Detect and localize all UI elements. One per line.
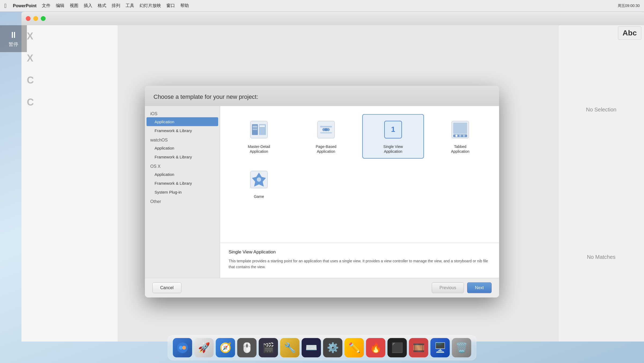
menu-help[interactable]: 帮助 xyxy=(180,3,189,9)
no-selection-label: No Selection xyxy=(586,107,616,113)
svg-rect-5 xyxy=(253,129,257,130)
svg-point-10 xyxy=(327,128,330,131)
no-matches-panel: No Matches xyxy=(587,254,616,260)
sidebar-section-other: Other xyxy=(145,197,220,205)
page-based-label: Page-BasedApplication xyxy=(316,144,336,154)
dock-media[interactable]: 🎞️ xyxy=(409,338,428,357)
dock-settings[interactable]: ⚙️ xyxy=(323,338,342,357)
master-detail-icon xyxy=(248,119,270,140)
svg-point-18 xyxy=(455,135,458,137)
window-maximize[interactable] xyxy=(41,16,46,21)
svg-point-26 xyxy=(182,346,186,350)
template-grid: Master-DetailApplication xyxy=(220,106,499,243)
dock-finder[interactable] xyxy=(173,338,192,357)
dock-monitor[interactable]: 🖥️ xyxy=(430,338,450,357)
template-single-view[interactable]: 1 Single ViewApplication xyxy=(362,114,424,159)
dock-launchpad[interactable]: 🚀 xyxy=(194,338,214,357)
menu-edit[interactable]: 编辑 xyxy=(56,3,64,9)
sidebar-item-watchos-application[interactable]: Application xyxy=(145,144,220,153)
description-area: Single View Application This template pr… xyxy=(220,243,499,278)
window-minimize[interactable] xyxy=(33,16,38,21)
sidebar-item-ios-framework[interactable]: Framework & Library xyxy=(145,126,220,135)
sidebar-section-watchos: watchOS xyxy=(145,135,220,144)
menu-slideshow[interactable]: 幻灯片放映 xyxy=(140,3,161,9)
dock-tools[interactable]: 🔧 xyxy=(280,338,299,357)
menu-arrange[interactable]: 排列 xyxy=(112,3,120,9)
menu-view[interactable]: 视图 xyxy=(70,3,78,9)
abc-box: Abc xyxy=(618,26,641,40)
svg-rect-11 xyxy=(320,126,332,128)
previous-button[interactable]: Previous xyxy=(432,282,464,293)
sidebar-section-ios: iOS xyxy=(145,109,220,117)
menu-file[interactable]: 文件 xyxy=(42,3,50,9)
template-page-based[interactable]: Page-BasedApplication xyxy=(295,114,357,159)
dialog-body: iOS Application Framework & Library watc… xyxy=(145,106,499,278)
cancel-button[interactable]: Cancel xyxy=(152,282,181,293)
game-icon xyxy=(248,169,270,190)
menu-window[interactable]: 窗口 xyxy=(166,3,175,9)
svg-rect-3 xyxy=(253,126,257,127)
svg-rect-4 xyxy=(253,128,257,128)
window-close[interactable] xyxy=(26,16,31,21)
svg-point-20 xyxy=(463,135,465,137)
dock-mouse[interactable]: 🖱️ xyxy=(237,338,257,357)
menu-insert[interactable]: 插入 xyxy=(84,3,92,9)
dock-sketch[interactable]: ✏️ xyxy=(345,338,364,357)
dock-video[interactable]: 🎬 xyxy=(259,338,278,357)
description-title: Single View Application xyxy=(229,249,491,255)
dock: 🚀 🧭 🖱️ 🎬 🔧 ⌨️ ⚙️ ✏️ 🔥 ⬛ 🎞️ 🖥️ 🗑️ xyxy=(168,335,476,360)
menu-format[interactable]: 格式 xyxy=(98,3,106,9)
dock-black[interactable]: ⬛ xyxy=(387,338,407,357)
dock-safari[interactable]: 🧭 xyxy=(216,338,235,357)
menubar-right: 周五09:00:30 xyxy=(618,3,640,8)
template-master-detail[interactable]: Master-DetailApplication xyxy=(228,114,290,159)
template-tabbed[interactable]: TabbedApplication xyxy=(429,114,491,159)
dock-terminal[interactable]: ⌨️ xyxy=(302,338,321,357)
tabbed-icon xyxy=(449,119,471,140)
next-button[interactable]: Next xyxy=(467,282,492,293)
template-game[interactable]: Game xyxy=(228,164,290,204)
dock-trash[interactable]: 🗑️ xyxy=(452,338,471,357)
dock-flame[interactable]: 🔥 xyxy=(366,338,385,357)
svg-point-23 xyxy=(257,177,261,182)
pause-label: 暂停 xyxy=(9,41,18,48)
description-text: This template provides a starting point … xyxy=(229,258,491,270)
sidebar-item-osx-framework[interactable]: Framework & Library xyxy=(145,179,220,188)
master-detail-label: Master-DetailApplication xyxy=(248,144,270,154)
svg-rect-12 xyxy=(320,132,332,133)
app-name[interactable]: PowerPoint xyxy=(13,3,36,8)
no-selection-panel: No Selection xyxy=(586,107,616,113)
template-sidebar: iOS Application Framework & Library watc… xyxy=(145,106,220,278)
apple-menu-icon[interactable]:  xyxy=(4,2,6,9)
sidebar-item-ios-application[interactable]: Application xyxy=(147,117,218,126)
dialog-footer: Cancel Previous Next xyxy=(145,278,499,297)
svg-text:1: 1 xyxy=(391,125,395,133)
content-area: Master-DetailApplication xyxy=(220,106,499,278)
menu-tools[interactable]: 工具 xyxy=(126,3,134,9)
clock: 周五09:00:30 xyxy=(618,3,640,8)
game-label: Game xyxy=(254,194,264,199)
no-matches-label: No Matches xyxy=(587,254,616,260)
menubar:  PowerPoint 文件 编辑 视图 插入 格式 排列 工具 幻灯片放映 … xyxy=(0,0,644,12)
sidebar-item-watchos-framework[interactable]: Framework & Library xyxy=(145,153,220,161)
dialog-header: Choose a template for your new project: xyxy=(145,86,499,106)
page-based-icon xyxy=(315,119,337,140)
sidebar-section-osx: OS X xyxy=(145,161,220,170)
new-project-dialog: Choose a template for your new project: … xyxy=(145,86,499,297)
svg-rect-16 xyxy=(453,123,467,134)
sidebar-item-osx-plugin[interactable]: System Plug-in xyxy=(145,188,220,197)
pause-area[interactable]: ⏸ 暂停 xyxy=(0,25,27,52)
desktop: No Selection No Matches X X C C ⏸ 暂停 Abc… xyxy=(0,12,644,363)
dialog-title: Choose a template for your new project: xyxy=(153,93,258,100)
tabbed-label: TabbedApplication xyxy=(451,144,470,154)
svg-rect-6 xyxy=(259,125,265,127)
svg-point-25 xyxy=(179,346,183,350)
single-view-icon: 1 xyxy=(382,119,404,140)
sidebar-item-osx-application[interactable]: Application xyxy=(145,170,220,179)
nav-buttons: Previous Next xyxy=(432,282,492,293)
single-view-label: Single ViewApplication xyxy=(383,144,403,154)
svg-point-19 xyxy=(459,135,461,137)
